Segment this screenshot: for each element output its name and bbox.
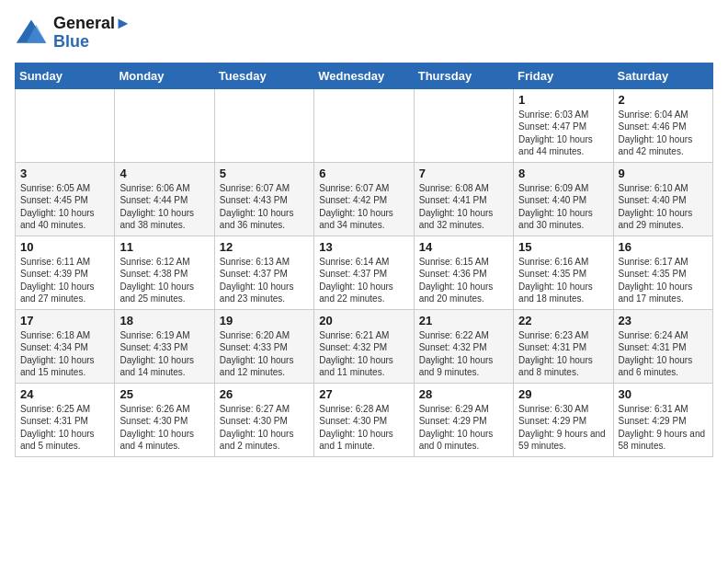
calendar-cell: 14Sunrise: 6:15 AM Sunset: 4:36 PM Dayli… (414, 236, 513, 309)
calendar-header-saturday: Saturday (613, 63, 712, 88)
calendar-cell (214, 88, 313, 162)
day-number: 25 (119, 387, 209, 401)
calendar-cell (16, 88, 115, 162)
calendar-cell: 9Sunrise: 6:10 AM Sunset: 4:40 PM Daylig… (613, 162, 712, 236)
day-info: Sunrise: 6:31 AM Sunset: 4:29 PM Dayligh… (619, 403, 708, 453)
calendar-cell: 22Sunrise: 6:23 AM Sunset: 4:31 PM Dayli… (514, 309, 613, 383)
day-info: Sunrise: 6:15 AM Sunset: 4:36 PM Dayligh… (419, 256, 508, 305)
day-info: Sunrise: 6:03 AM Sunset: 4:47 PM Dayligh… (518, 109, 608, 158)
calendar-cell: 3Sunrise: 6:05 AM Sunset: 4:45 PM Daylig… (16, 162, 115, 236)
header: General►Blue (15, 15, 713, 52)
day-number: 1 (518, 93, 608, 107)
day-number: 5 (220, 167, 309, 180)
day-number: 20 (319, 314, 408, 327)
day-info: Sunrise: 6:05 AM Sunset: 4:45 PM Dayligh… (20, 182, 109, 232)
calendar-cell: 13Sunrise: 6:14 AM Sunset: 4:37 PM Dayli… (314, 236, 414, 309)
day-info: Sunrise: 6:19 AM Sunset: 4:33 PM Dayligh… (119, 329, 209, 379)
calendar-cell: 30Sunrise: 6:31 AM Sunset: 4:29 PM Dayli… (613, 383, 712, 456)
calendar: SundayMondayTuesdayWednesdayThursdayFrid… (15, 63, 713, 457)
calendar-week-0: 1Sunrise: 6:03 AM Sunset: 4:47 PM Daylig… (16, 88, 713, 162)
calendar-cell: 4Sunrise: 6:06 AM Sunset: 4:44 PM Daylig… (115, 162, 214, 236)
day-number: 23 (619, 314, 708, 327)
day-number: 24 (20, 387, 109, 401)
calendar-cell (314, 88, 414, 162)
day-number: 21 (419, 314, 508, 327)
calendar-cell: 17Sunrise: 6:18 AM Sunset: 4:34 PM Dayli… (16, 309, 115, 383)
calendar-cell: 2Sunrise: 6:04 AM Sunset: 4:46 PM Daylig… (613, 88, 712, 162)
day-info: Sunrise: 6:13 AM Sunset: 4:37 PM Dayligh… (220, 256, 309, 305)
calendar-header-monday: Monday (115, 63, 214, 88)
calendar-cell: 24Sunrise: 6:25 AM Sunset: 4:31 PM Dayli… (16, 383, 115, 456)
calendar-header-sunday: Sunday (16, 63, 115, 88)
day-number: 10 (20, 240, 109, 254)
calendar-cell: 26Sunrise: 6:27 AM Sunset: 4:30 PM Dayli… (214, 383, 313, 456)
day-info: Sunrise: 6:16 AM Sunset: 4:35 PM Dayligh… (518, 256, 608, 305)
day-info: Sunrise: 6:20 AM Sunset: 4:33 PM Dayligh… (220, 329, 309, 379)
logo-icon (15, 17, 48, 50)
day-number: 8 (518, 167, 608, 180)
calendar-cell: 10Sunrise: 6:11 AM Sunset: 4:39 PM Dayli… (16, 236, 115, 309)
day-info: Sunrise: 6:11 AM Sunset: 4:39 PM Dayligh… (20, 256, 109, 305)
day-number: 4 (119, 167, 209, 180)
calendar-header-friday: Friday (514, 63, 613, 88)
day-number: 29 (518, 387, 608, 401)
day-number: 22 (518, 314, 608, 327)
calendar-week-4: 24Sunrise: 6:25 AM Sunset: 4:31 PM Dayli… (16, 383, 713, 456)
calendar-cell: 27Sunrise: 6:28 AM Sunset: 4:30 PM Dayli… (314, 383, 414, 456)
day-number: 14 (419, 240, 508, 254)
calendar-week-3: 17Sunrise: 6:18 AM Sunset: 4:34 PM Dayli… (16, 309, 713, 383)
day-info: Sunrise: 6:26 AM Sunset: 4:30 PM Dayligh… (119, 403, 209, 453)
day-info: Sunrise: 6:14 AM Sunset: 4:37 PM Dayligh… (319, 256, 408, 305)
calendar-cell: 8Sunrise: 6:09 AM Sunset: 4:40 PM Daylig… (514, 162, 613, 236)
day-number: 2 (619, 93, 708, 107)
calendar-cell: 19Sunrise: 6:20 AM Sunset: 4:33 PM Dayli… (214, 309, 313, 383)
day-info: Sunrise: 6:07 AM Sunset: 4:42 PM Dayligh… (319, 182, 408, 232)
day-info: Sunrise: 6:30 AM Sunset: 4:29 PM Dayligh… (518, 403, 608, 453)
calendar-header-wednesday: Wednesday (314, 63, 414, 88)
calendar-header-tuesday: Tuesday (214, 63, 313, 88)
logo-text: General►Blue (53, 15, 131, 52)
day-number: 11 (119, 240, 209, 254)
calendar-header-row: SundayMondayTuesdayWednesdayThursdayFrid… (16, 63, 713, 88)
day-info: Sunrise: 6:07 AM Sunset: 4:43 PM Dayligh… (220, 182, 309, 232)
day-number: 30 (619, 387, 708, 401)
day-info: Sunrise: 6:12 AM Sunset: 4:38 PM Dayligh… (119, 256, 209, 305)
calendar-cell: 16Sunrise: 6:17 AM Sunset: 4:35 PM Dayli… (613, 236, 712, 309)
day-number: 17 (20, 314, 109, 327)
day-info: Sunrise: 6:25 AM Sunset: 4:31 PM Dayligh… (20, 403, 109, 453)
calendar-cell: 1Sunrise: 6:03 AM Sunset: 4:47 PM Daylig… (514, 88, 613, 162)
logo: General►Blue (15, 15, 131, 52)
calendar-week-2: 10Sunrise: 6:11 AM Sunset: 4:39 PM Dayli… (16, 236, 713, 309)
day-info: Sunrise: 6:28 AM Sunset: 4:30 PM Dayligh… (319, 403, 408, 453)
day-info: Sunrise: 6:10 AM Sunset: 4:40 PM Dayligh… (619, 182, 708, 232)
day-number: 3 (20, 167, 109, 180)
day-info: Sunrise: 6:29 AM Sunset: 4:29 PM Dayligh… (419, 403, 508, 453)
day-number: 19 (220, 314, 309, 327)
calendar-cell (115, 88, 214, 162)
day-info: Sunrise: 6:27 AM Sunset: 4:30 PM Dayligh… (220, 403, 309, 453)
day-number: 6 (319, 167, 408, 180)
day-info: Sunrise: 6:24 AM Sunset: 4:31 PM Dayligh… (619, 329, 708, 379)
day-info: Sunrise: 6:08 AM Sunset: 4:41 PM Dayligh… (419, 182, 508, 232)
day-info: Sunrise: 6:21 AM Sunset: 4:32 PM Dayligh… (319, 329, 408, 379)
calendar-cell: 25Sunrise: 6:26 AM Sunset: 4:30 PM Dayli… (115, 383, 214, 456)
day-info: Sunrise: 6:22 AM Sunset: 4:32 PM Dayligh… (419, 329, 508, 379)
day-number: 27 (319, 387, 408, 401)
calendar-cell: 29Sunrise: 6:30 AM Sunset: 4:29 PM Dayli… (514, 383, 613, 456)
day-number: 9 (619, 167, 708, 180)
calendar-cell: 28Sunrise: 6:29 AM Sunset: 4:29 PM Dayli… (414, 383, 513, 456)
calendar-cell (414, 88, 513, 162)
day-info: Sunrise: 6:23 AM Sunset: 4:31 PM Dayligh… (518, 329, 608, 379)
day-number: 18 (119, 314, 209, 327)
calendar-week-1: 3Sunrise: 6:05 AM Sunset: 4:45 PM Daylig… (16, 162, 713, 236)
calendar-cell: 5Sunrise: 6:07 AM Sunset: 4:43 PM Daylig… (214, 162, 313, 236)
calendar-cell: 18Sunrise: 6:19 AM Sunset: 4:33 PM Dayli… (115, 309, 214, 383)
day-number: 13 (319, 240, 408, 254)
day-number: 16 (619, 240, 708, 254)
calendar-cell: 7Sunrise: 6:08 AM Sunset: 4:41 PM Daylig… (414, 162, 513, 236)
day-info: Sunrise: 6:18 AM Sunset: 4:34 PM Dayligh… (20, 329, 109, 379)
calendar-cell: 15Sunrise: 6:16 AM Sunset: 4:35 PM Dayli… (514, 236, 613, 309)
day-info: Sunrise: 6:06 AM Sunset: 4:44 PM Dayligh… (119, 182, 209, 232)
day-number: 28 (419, 387, 508, 401)
calendar-header-thursday: Thursday (414, 63, 513, 88)
